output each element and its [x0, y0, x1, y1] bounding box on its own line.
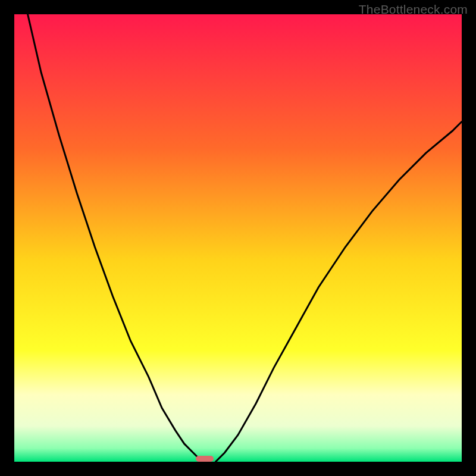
background-gradient: [14, 14, 462, 462]
svg-rect-0: [14, 14, 462, 462]
plot-area: [14, 14, 462, 462]
watermark-text: TheBottleneck.com: [359, 2, 468, 17]
chart-frame: TheBottleneck.com: [0, 0, 476, 476]
optimal-marker: [196, 456, 214, 462]
